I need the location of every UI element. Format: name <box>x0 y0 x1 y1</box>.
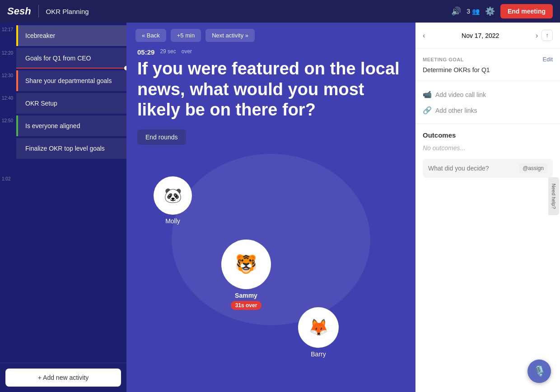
participants-circle-area: 🐼 Molly 🐯 Sammy 31s over 🦊 Barry <box>126 149 415 392</box>
meeting-goal-header: MEETING GOAL Edit <box>423 56 553 63</box>
date-prev-button[interactable]: ‹ <box>423 32 425 40</box>
over-badge-sammy: 31s over <box>231 301 262 310</box>
time-label-1220: 12:20 <box>2 51 13 55</box>
emoji-molly: 🐼 <box>164 187 182 204</box>
avatar-molly: 🐼 <box>154 176 192 215</box>
sidebar-footer: + Add new activity <box>0 363 126 392</box>
sidebar-list: 12:17 Icebreaker 12:20 Goals for Q1 from… <box>0 23 126 363</box>
time-label-1240: 12:40 <box>2 96 13 101</box>
time-label-1230: 12:30 <box>2 73 13 78</box>
top-nav: Sesh OKR Planning 🔊 3 👥 ⚙️ End meeting <box>0 0 560 23</box>
participants-button[interactable]: 3 👥 <box>467 8 480 15</box>
date-row: ‹ Nov 17, 2022 › ↑ <box>415 23 560 49</box>
name-sammy: Sammy <box>235 292 257 299</box>
avatar-barry: 🦊 <box>298 307 339 348</box>
main-layout: 12:17 Icebreaker 12:20 Goals for Q1 from… <box>0 23 560 392</box>
mic-button[interactable]: 🎙️ <box>527 360 551 383</box>
meeting-title: OKR Planning <box>46 8 444 15</box>
sidebar-item-okr-setup[interactable]: OKR Setup <box>16 93 126 114</box>
end-rounds-button[interactable]: End rounds <box>137 129 186 145</box>
sidebar-item-goals[interactable]: Goals for Q1 from CEO <box>16 48 126 69</box>
time-label-102: 1:02 <box>2 176 10 181</box>
time-label-1217: 12:17 <box>2 27 13 32</box>
outcomes-title: Outcomes <box>423 131 553 139</box>
name-molly: Molly <box>165 217 180 225</box>
links-section: 📹 Add video call link 🔗 Add other links <box>415 81 560 124</box>
sidebar-item-title: Share your departmental goals <box>25 77 112 84</box>
emoji-sammy: 🐯 <box>235 254 257 275</box>
timer-info: 05:29 29 sec over <box>137 48 405 56</box>
next-activity-button[interactable]: Next activity » <box>205 29 255 42</box>
add-activity-button[interactable]: + Add new activity <box>5 369 121 387</box>
meeting-goal-section: MEETING GOAL Edit Determine OKRs for Q1 <box>415 49 560 81</box>
participants-count: 3 <box>467 8 470 15</box>
settings-icon[interactable]: ⚙️ <box>485 6 495 16</box>
outcome-input[interactable] <box>428 165 519 172</box>
sidebar-item-title: OKR Setup <box>25 100 57 107</box>
sidebar-item-title: Icebreaker <box>25 32 55 39</box>
participant-molly[interactable]: 🐼 Molly <box>154 176 192 225</box>
nav-right: 🔊 3 👥 ⚙️ End meeting <box>451 4 553 18</box>
sidebar-item-icebreaker[interactable]: Icebreaker <box>16 25 126 46</box>
link-icon: 🔗 <box>423 106 432 115</box>
video-link-label: Add video call link <box>435 91 486 98</box>
sidebar-item-title: Finalize OKR top level goals <box>25 145 105 152</box>
end-meeting-button[interactable]: End meeting <box>500 4 553 18</box>
participant-sammy[interactable]: 🐯 Sammy 31s over <box>221 240 271 310</box>
timer-main: 05:29 <box>137 48 154 56</box>
sidebar-item-title: Is everyone aligned <box>25 122 80 129</box>
name-barry: Barry <box>311 350 326 358</box>
outcomes-section: Outcomes No outcomes... @assign <box>415 124 560 392</box>
time-label-1250: 12:50 <box>2 118 13 123</box>
question-text: If you were featured on the local news, … <box>137 59 405 120</box>
plus5-button[interactable]: +5 min <box>171 29 201 42</box>
share-button[interactable]: ↑ <box>541 30 553 41</box>
sidebar-item-finalize[interactable]: Finalize OKR top level goals <box>16 138 126 159</box>
date-text: Nov 17, 2022 <box>429 32 532 39</box>
right-panel: ‹ Nov 17, 2022 › ↑ MEETING GOAL Edit Det… <box>415 23 560 392</box>
meeting-goal-text: Determine OKRs for Q1 <box>423 66 553 74</box>
video-link-row[interactable]: 📹 Add video call link <box>423 87 553 102</box>
sidebar-item-aligned[interactable]: Is everyone aligned <box>16 115 126 136</box>
timer-sub1: 29 sec <box>160 48 176 56</box>
audio-icon[interactable]: 🔊 <box>451 6 461 16</box>
activity-toolbar: « Back +5 min Next activity » <box>126 23 415 48</box>
other-links-label: Add other links <box>435 107 477 114</box>
back-button[interactable]: « Back <box>135 29 166 42</box>
app-logo: Sesh <box>7 5 31 17</box>
meeting-goal-label: MEETING GOAL <box>423 57 464 62</box>
content-area: « Back +5 min Next activity » 05:29 29 s… <box>126 23 415 392</box>
participants-icon: 👥 <box>472 8 480 15</box>
assign-button[interactable]: @assign <box>519 163 547 173</box>
timer-sub2: over <box>182 48 192 56</box>
question-area: 05:29 29 sec over If you were featured o… <box>126 48 415 149</box>
sidebar-item-title: Goals for Q1 from CEO <box>25 55 91 62</box>
video-icon: 📹 <box>423 90 432 99</box>
sidebar: 12:17 Icebreaker 12:20 Goals for Q1 from… <box>0 23 126 392</box>
participant-barry[interactable]: 🦊 Barry <box>298 307 339 358</box>
no-outcomes-text: No outcomes... <box>423 144 553 152</box>
sidebar-item-departmental[interactable]: Share your departmental goals <box>16 70 126 91</box>
nav-divider <box>38 5 39 18</box>
need-help-tab[interactable]: Need help? <box>548 177 559 215</box>
big-circle <box>172 154 370 325</box>
emoji-barry: 🦊 <box>308 318 329 337</box>
edit-goal-link[interactable]: Edit <box>543 56 553 63</box>
date-next-button[interactable]: › <box>536 32 538 40</box>
outcome-input-row: @assign <box>423 159 553 178</box>
avatar-sammy: 🐯 <box>221 240 271 289</box>
other-links-row[interactable]: 🔗 Add other links <box>423 102 553 118</box>
